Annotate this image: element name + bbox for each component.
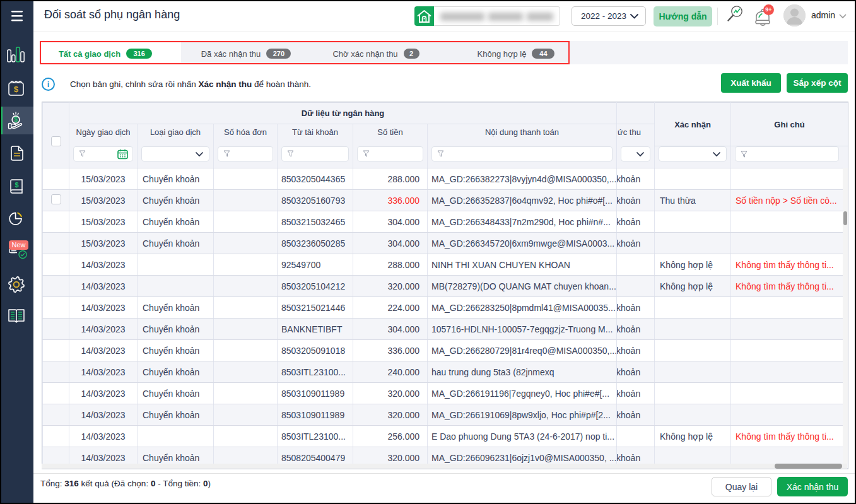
svg-text:$: $ bbox=[15, 181, 18, 189]
svg-text:New: New bbox=[11, 241, 25, 249]
svg-text:$: $ bbox=[14, 115, 18, 123]
svg-text:$: $ bbox=[14, 85, 18, 94]
